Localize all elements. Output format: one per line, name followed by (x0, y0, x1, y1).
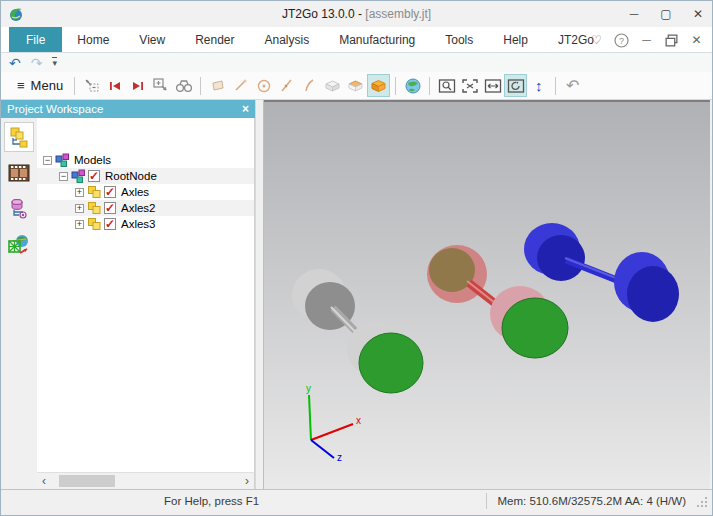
visibility-checkbox[interactable]: ✓ (104, 186, 116, 198)
resize-grip[interactable] (686, 491, 712, 511)
mdi-close-icon[interactable]: ✕ (689, 33, 704, 48)
next-arrow-icon (131, 79, 145, 93)
red-check-icon: ✓ (105, 187, 115, 197)
panel-close-icon[interactable]: × (242, 102, 249, 116)
ribbon-tab-bar: FileHomeViewRenderAnalysisManufacturingT… (1, 27, 712, 53)
main-area: Project Workspace × (1, 100, 712, 489)
render-wireframe-button[interactable] (321, 74, 344, 97)
select-tool-button[interactable] (80, 74, 103, 97)
expand-icon[interactable]: + (75, 220, 84, 229)
pmi-tree-tab-button[interactable] (4, 194, 34, 224)
tab-analysis[interactable]: Analysis (250, 27, 325, 52)
undo-icon[interactable]: ↶ (9, 56, 21, 70)
help-icon[interactable]: ? (614, 33, 629, 48)
zoom-window-button[interactable] (435, 74, 458, 97)
customize-toolbar-icon[interactable]: ▾ (52, 57, 57, 68)
zoom-area-button[interactable] (149, 74, 172, 97)
tree-item-axles2[interactable]: +✓Axles2 (37, 200, 254, 216)
fit-all-icon (461, 78, 479, 94)
fit-all-button[interactable] (458, 74, 481, 97)
visibility-checkbox[interactable]: ✓ (88, 170, 100, 182)
tree-item-models[interactable]: −Models (37, 152, 254, 168)
visibility-checkbox[interactable]: ✓ (104, 218, 116, 230)
tab-manufacturing[interactable]: Manufacturing (324, 27, 430, 52)
redo-icon[interactable]: ↷ (31, 56, 43, 70)
measure-line-button[interactable] (275, 74, 298, 97)
measure-line-icon (279, 78, 294, 93)
cubes-node-icon (87, 185, 102, 199)
viewport-3d[interactable]: y x z (264, 100, 710, 489)
tree-horizontal-scrollbar[interactable]: ‹ › (37, 472, 255, 489)
pan-vertical-button[interactable]: ↕ (527, 74, 550, 97)
window-maximize-button[interactable]: ▢ (658, 7, 674, 21)
animation-tab-button[interactable] (4, 158, 34, 188)
filmstrip-icon (7, 162, 31, 184)
next-button[interactable] (126, 74, 149, 97)
component-node-icon (71, 169, 86, 183)
tab-render[interactable]: Render (180, 27, 249, 52)
tree-item-axles3[interactable]: +✓Axles3 (37, 216, 254, 232)
model-tree-tab-button[interactable] (4, 122, 34, 152)
visibility-checkbox[interactable]: ✓ (104, 202, 116, 214)
app-logo-icon (7, 5, 25, 23)
search-button[interactable] (172, 74, 195, 97)
measure-note-button[interactable] (206, 74, 229, 97)
render-shaded-button[interactable] (344, 74, 367, 97)
svg-text:?: ? (619, 35, 624, 45)
orientation-triad: y x z (306, 383, 361, 463)
measure-distance-icon (233, 78, 248, 93)
mdi-restore-icon[interactable] (664, 33, 679, 48)
expand-icon[interactable]: + (75, 188, 84, 197)
motion-tab-button[interactable] (4, 230, 34, 260)
title-bar: JT2Go 13.0.0 - [assembly.jt] ─ ▢ ✕ (1, 1, 712, 27)
model-tree: −Models−✓RootNode+✓Axles+✓Axles2+✓Axles3 (37, 118, 255, 472)
status-bar: For Help, press F1 Mem: 510.6M/32575.2M … (1, 489, 712, 516)
undo-view-icon: ↶ (566, 76, 579, 95)
axle-model-gray (292, 269, 423, 393)
undo-view-button[interactable]: ↶ (561, 74, 584, 97)
panel-title: Project Workspace (7, 103, 103, 115)
axis-y-label: y (306, 383, 311, 394)
menu-button[interactable]: ≡ Menu (11, 76, 69, 95)
collapse-icon[interactable]: − (43, 156, 52, 165)
tab-tools[interactable]: Tools (430, 27, 488, 52)
environment-button[interactable] (401, 74, 424, 97)
select-arrow-icon (83, 77, 100, 94)
axis-x-label: x (356, 415, 361, 426)
previous-button[interactable] (103, 74, 126, 97)
expand-icon[interactable]: + (75, 204, 84, 213)
window-minimize-button[interactable]: ─ (626, 7, 642, 21)
scrollbar-track[interactable] (51, 473, 240, 489)
tab-file[interactable]: File (9, 27, 62, 52)
tree-item-label: Models (72, 154, 113, 166)
measure-arc-button[interactable] (298, 74, 321, 97)
workspace-icon-strip (1, 118, 37, 489)
measure-distance-button[interactable] (229, 74, 252, 97)
binoculars-icon (175, 78, 193, 94)
red-check-icon: ✓ (89, 171, 99, 181)
scroll-left-icon[interactable]: ‹ (37, 474, 51, 489)
tab-home[interactable]: Home (62, 27, 124, 52)
rotate-view-button[interactable] (504, 74, 527, 97)
tab-help[interactable]: Help (488, 27, 543, 52)
collapse-icon[interactable]: − (59, 172, 68, 181)
white-box-icon (323, 77, 342, 94)
favorites-heart-icon[interactable]: ♡ (589, 33, 604, 48)
scroll-right-icon[interactable]: › (240, 474, 254, 489)
panel-splitter[interactable] (255, 100, 264, 489)
mdi-minimize-icon[interactable]: ─ (639, 33, 654, 48)
main-toolbar: ≡ Menu (1, 72, 712, 100)
window-close-button[interactable]: ✕ (690, 7, 706, 21)
panel-header: Project Workspace × (1, 100, 255, 118)
tree-item-label: Axles3 (119, 218, 158, 230)
tree-item-rootnode[interactable]: −✓RootNode (37, 168, 254, 184)
quick-access-toolbar: ↶ ↷ ▾ (1, 53, 712, 72)
fit-width-icon (484, 78, 502, 94)
fit-width-button[interactable] (481, 74, 504, 97)
scrollbar-thumb[interactable] (59, 475, 115, 487)
component-node-icon (55, 153, 70, 167)
measure-circle-button[interactable] (252, 74, 275, 97)
tab-view[interactable]: View (124, 27, 180, 52)
tree-item-axles[interactable]: +✓Axles (37, 184, 254, 200)
render-solid-button[interactable] (367, 74, 390, 97)
